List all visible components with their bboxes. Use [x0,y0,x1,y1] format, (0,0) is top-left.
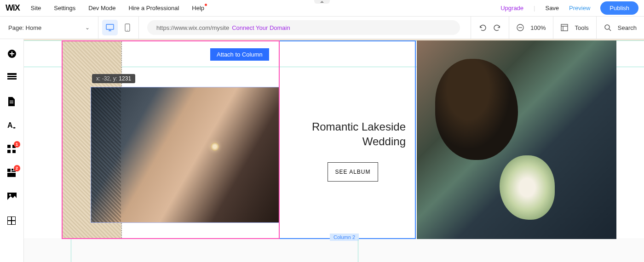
svg-rect-17 [7,78,17,80]
svg-rect-24 [12,150,16,153]
desktop-view-button[interactable] [102,20,118,35]
svg-text:A: A [7,121,13,129]
svg-point-10 [605,25,610,29]
svg-rect-7 [561,24,568,31]
save-button[interactable]: Save [545,5,559,11]
lower-section-guide [71,239,358,262]
svg-rect-15 [7,73,17,75]
media-button[interactable] [7,193,17,202]
svg-rect-21 [7,145,11,148]
page-selector[interactable]: Page: Home ⌄ [0,17,98,39]
layout-button[interactable]: 2 [7,169,17,178]
svg-rect-25 [7,169,11,172]
dragging-element-frame[interactable] [62,40,280,239]
menu-site[interactable]: Site [31,5,41,11]
notification-dot [205,4,207,6]
url-text: https://www.wix.com/mysite [156,24,229,31]
url-bar[interactable]: https://www.wix.com/mysite Connect Your … [147,20,460,35]
mobile-view-button[interactable] [120,20,135,35]
coordinate-tooltip: x: -32, y: 1231 [92,74,135,83]
tab-notch[interactable] [314,0,330,4]
wedding-couple-image[interactable] [417,40,616,239]
svg-rect-26 [12,169,13,171]
editor-canvas[interactable]: Romantic LakesideWedding SEE ALBUM Colum… [24,39,644,262]
svg-rect-0 [106,24,114,29]
wix-logo[interactable]: WiX [6,3,20,13]
zoom-level[interactable]: 100% [530,24,546,31]
page-selector-label: Page: Home [8,24,41,31]
menu-dev-mode[interactable]: Dev Mode [88,5,115,11]
svg-point-4 [127,30,128,31]
desktop-icon [106,24,114,31]
sections-button[interactable] [7,73,17,82]
tools-button[interactable]: Tools [553,17,596,39]
see-album-button[interactable]: SEE ALBUM [328,162,378,182]
svg-point-31 [9,194,11,196]
chevron-down-icon: ⌄ [85,24,90,31]
preview-button[interactable]: Preview [569,5,590,11]
zoom-out-icon[interactable] [517,24,524,31]
undo-icon[interactable] [478,24,487,31]
svg-line-11 [609,29,611,31]
heading-text-block[interactable]: Romantic LakesideWedding [286,120,406,149]
add-element-button[interactable] [7,49,17,58]
svg-rect-29 [7,173,16,177]
redo-icon[interactable] [493,24,501,31]
svg-rect-23 [7,150,11,153]
apps-button[interactable]: 1 [7,145,17,154]
mobile-icon [125,23,130,32]
connect-domain-link[interactable]: Connect Your Domain [232,24,290,31]
apps-badge: 1 [14,141,20,148]
svg-rect-16 [7,76,17,77]
menu-hire-professional[interactable]: Hire a Professional [128,5,179,11]
layout-badge: 2 [14,165,20,171]
svg-rect-28 [12,171,16,172]
search-icon [604,24,611,31]
menu-help[interactable]: Help [192,5,204,11]
tools-icon [561,24,568,31]
search-button[interactable]: Search [596,17,644,39]
theme-button[interactable]: A [7,121,17,130]
pages-button[interactable] [7,97,17,106]
attach-to-column-button[interactable]: Attach to Column [210,48,269,61]
grid-button[interactable] [7,216,17,226]
publish-button[interactable]: Publish [600,1,638,15]
svg-rect-19 [10,103,13,103]
svg-rect-18 [10,101,13,102]
menu-settings[interactable]: Settings [54,5,75,11]
upgrade-link[interactable]: Upgrade [500,5,523,11]
